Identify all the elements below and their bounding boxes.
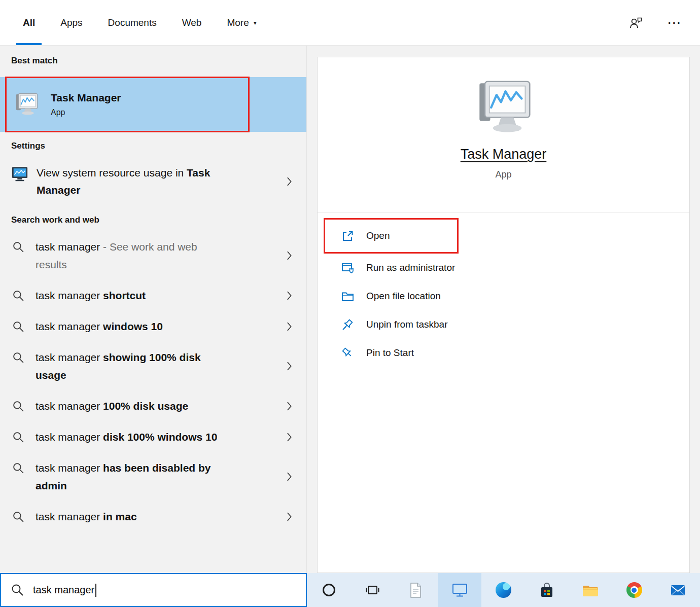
monitor-icon [451, 582, 468, 598]
taskbar-file-explorer-button[interactable] [569, 573, 612, 607]
tab-more-label: More [227, 17, 249, 28]
action-open-file-location[interactable]: Open file location [341, 282, 689, 310]
suggestion-prefix: task manager [36, 241, 100, 253]
tab-all-label: All [23, 17, 35, 28]
action-pin-to-start[interactable]: Pin to Start [341, 339, 689, 367]
tab-documents[interactable]: Documents [95, 0, 169, 45]
search-suggestion[interactable]: task manager showing 100% disk usage [0, 342, 306, 390]
preview-app-type: App [318, 169, 689, 180]
search-icon [12, 320, 25, 333]
search-input[interactable]: task manager [0, 573, 307, 607]
search-icon [12, 400, 25, 413]
taskbar-task-view-button[interactable] [351, 573, 394, 607]
action-open-file-location-label: Open file location [366, 291, 441, 302]
chevron-right-icon[interactable] [287, 177, 292, 187]
tabbar-right-actions: ⋯ [629, 0, 682, 46]
tab-web[interactable]: Web [169, 0, 215, 45]
preview-card: Task Manager App Open [317, 57, 690, 573]
search-input-value: task manager [33, 584, 94, 596]
best-match-text: Task Manager App [51, 92, 121, 117]
search-suggestion[interactable]: task manager in mac [0, 501, 306, 532]
action-open-label: Open [366, 230, 390, 241]
suggestion-prefix: task manager [36, 400, 103, 412]
search-icon [12, 431, 25, 444]
pin-icon [341, 346, 355, 360]
taskbar-search-window-button[interactable] [438, 573, 481, 607]
search-suggestion[interactable]: task manager has been disabled by admin [0, 452, 306, 501]
chrome-icon [626, 582, 642, 598]
chevron-right-icon[interactable] [287, 322, 292, 331]
best-match-result[interactable]: Task Manager App [0, 77, 306, 132]
cortana-icon [323, 584, 335, 596]
taskbar-cortana-button[interactable] [307, 573, 351, 607]
task-manager-app-icon-large [472, 81, 535, 134]
task-manager-app-icon [13, 93, 40, 116]
suggestion-prefix: task manager [36, 431, 103, 443]
suggestion-prefix: task manager [36, 351, 103, 363]
action-unpin-from-taskbar[interactable]: Unpin from taskbar [341, 310, 689, 339]
file-explorer-icon [582, 583, 599, 598]
feedback-icon[interactable] [629, 16, 643, 30]
settings-header: Settings [0, 132, 306, 157]
annotation-best-match [5, 77, 250, 132]
search-icon [11, 583, 24, 597]
annotation-open: Open [324, 218, 459, 254]
tab-documents-label: Documents [108, 17, 157, 28]
chevron-right-icon[interactable] [287, 432, 292, 442]
edge-icon [496, 582, 511, 598]
settings-result[interactable]: View system resource usage in Task Manag… [0, 157, 306, 206]
system-monitor-icon [11, 166, 28, 182]
tab-apps[interactable]: Apps [48, 0, 95, 45]
action-open[interactable]: Open [341, 221, 457, 251]
search-suggestion[interactable]: task manager - See work and web results [0, 231, 306, 280]
chevron-right-icon[interactable] [287, 512, 292, 521]
tab-more[interactable]: More ▾ [214, 0, 269, 45]
open-file-location-icon [341, 290, 355, 303]
unpin-icon [341, 318, 355, 332]
suggestion-text: task manager disk 100% windows 10 [36, 428, 217, 446]
taskbar-store-button[interactable] [525, 573, 569, 607]
taskbar-edge-button[interactable] [481, 573, 525, 607]
taskbar-mail-button[interactable] [656, 573, 699, 607]
suggestion-prefix: task manager [36, 511, 103, 522]
preview-actions: Open Run as administrator [318, 213, 689, 367]
search-icon [12, 462, 25, 475]
chevron-right-icon[interactable] [287, 472, 292, 482]
suggestion-text: task manager in mac [36, 508, 137, 525]
chevron-right-icon[interactable] [287, 362, 292, 371]
settings-result-prefix: View system resource usage in [37, 167, 187, 178]
tab-apps-label: Apps [60, 17, 82, 28]
action-run-as-administrator-label: Run as administrator [366, 262, 455, 273]
suggestion-suffix: windows 10 [103, 320, 163, 332]
chevron-right-icon[interactable] [287, 291, 292, 300]
taskbar [307, 573, 700, 607]
search-icon [12, 351, 25, 364]
action-run-as-administrator[interactable]: Run as administrator [341, 254, 689, 282]
settings-result-label: View system resource usage in Task Manag… [37, 164, 250, 199]
suggestion-prefix: task manager [36, 320, 103, 332]
search-suggestion[interactable]: task manager 100% disk usage [0, 390, 306, 421]
search-suggestion[interactable]: task manager windows 10 [0, 311, 306, 342]
chevron-right-icon[interactable] [287, 251, 292, 261]
action-unpin-from-taskbar-label: Unpin from taskbar [366, 319, 448, 330]
preview-panel: Task Manager App Open [307, 46, 700, 573]
more-options-icon[interactable]: ⋯ [667, 16, 682, 30]
best-match-title: Task Manager [51, 92, 121, 104]
search-icon [12, 241, 25, 254]
task-view-icon [364, 582, 380, 598]
suggestion-prefix: task manager [36, 290, 103, 301]
chevron-down-icon: ▾ [254, 19, 257, 26]
tab-all[interactable]: All [10, 0, 48, 45]
search-filter-tabbar: All Apps Documents Web More ▾ ⋯ [0, 0, 700, 46]
suggestion-suffix: in mac [103, 511, 137, 522]
text-cursor [95, 584, 96, 597]
search-suggestion[interactable]: task manager shortcut [0, 280, 306, 311]
preview-app-title[interactable]: Task Manager [318, 147, 689, 162]
store-icon [539, 582, 555, 598]
chevron-right-icon[interactable] [287, 401, 292, 411]
taskbar-document-button[interactable] [394, 573, 438, 607]
taskbar-chrome-button[interactable] [612, 573, 656, 607]
search-suggestion[interactable]: task manager disk 100% windows 10 [0, 421, 306, 452]
best-match-header: Best match [0, 46, 306, 72]
search-results-panel: Best match Task Manager App Settings [0, 46, 307, 573]
